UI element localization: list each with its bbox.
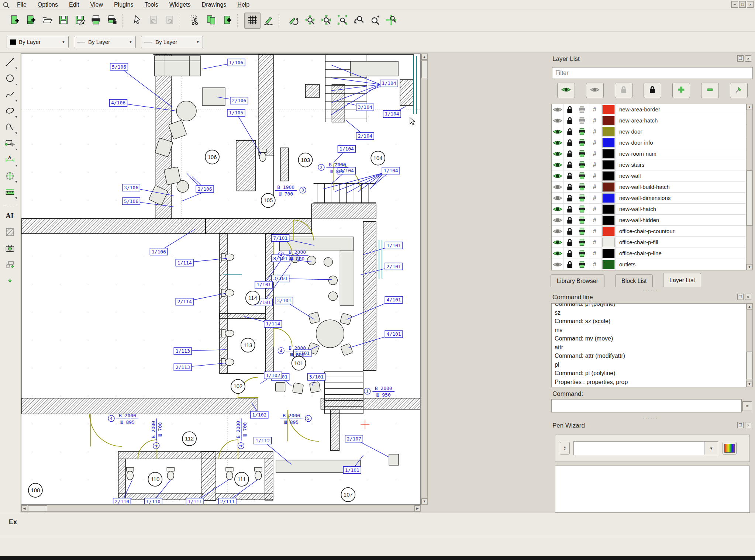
layer-print-icon[interactable] [576, 237, 588, 248]
layer-visibility-icon[interactable] [552, 137, 564, 148]
new-from-template-button[interactable] [23, 13, 39, 29]
layer-visibility-icon[interactable] [552, 193, 564, 204]
tab-block-list[interactable]: Block List [615, 274, 653, 287]
layer-construction-icon[interactable]: # [588, 215, 601, 226]
scroll-down-icon[interactable]: ▼ [747, 381, 752, 387]
layer-construction-icon[interactable]: # [588, 237, 601, 248]
construction-layer-icon[interactable]: # [593, 205, 596, 213]
layer-visibility-icon[interactable] [552, 159, 564, 170]
layer-construction-icon[interactable]: # [588, 170, 601, 182]
layer-lock-icon[interactable] [564, 159, 576, 170]
spline-tool-button[interactable] [2, 88, 18, 103]
layer-print-icon[interactable] [576, 115, 588, 126]
layer-row[interactable]: #new-wall [552, 170, 746, 182]
minimize-button[interactable]: − [731, 1, 738, 8]
layer-print-icon[interactable] [576, 137, 588, 148]
layer-construction-icon[interactable]: # [588, 148, 601, 159]
layer-visibility-icon[interactable] [552, 204, 564, 215]
zoom-window-button[interactable] [367, 13, 383, 29]
layer-name[interactable]: office-chair-p-line [616, 250, 662, 256]
layer-lock-icon[interactable] [564, 115, 576, 126]
construction-layer-icon[interactable]: # [593, 217, 596, 224]
point-tool-button[interactable] [2, 274, 18, 289]
layer-visibility-icon[interactable] [552, 104, 564, 115]
text-tool-button[interactable]: AI [2, 209, 18, 224]
print-preview-button[interactable] [104, 13, 120, 29]
save-button[interactable] [55, 13, 72, 29]
layer-row[interactable]: #new-door-info [552, 137, 746, 148]
layer-visibility-icon[interactable] [552, 126, 564, 137]
layer-construction-icon[interactable]: # [588, 115, 601, 126]
construction-layer-icon[interactable]: # [593, 194, 596, 202]
scroll-down-icon[interactable]: ▼ [747, 264, 752, 270]
hatch-tool-button[interactable] [2, 225, 18, 240]
layer-construction-icon[interactable]: # [588, 204, 601, 215]
scroll-up-icon[interactable]: ▲ [421, 54, 427, 60]
layer-row[interactable]: #new-stairs [552, 159, 746, 170]
scroll-left-icon[interactable]: ◀ [21, 505, 27, 511]
construction-layer-icon[interactable]: # [593, 150, 596, 158]
select-tool-button[interactable] [2, 137, 18, 152]
chevron-down-icon[interactable]: ▼ [704, 442, 718, 455]
layer-lock-icon[interactable] [564, 104, 576, 115]
command-scroll-thumb[interactable] [747, 352, 752, 379]
layer-lock-icon[interactable] [564, 137, 576, 148]
construction-layer-icon[interactable]: # [593, 172, 596, 180]
layer-name[interactable]: new-stairs [616, 162, 644, 168]
circle-tool-button[interactable] [2, 72, 18, 87]
layer-row[interactable]: #new-wall-build-hatch [552, 182, 746, 193]
construction-layer-icon[interactable]: # [593, 239, 596, 246]
layer-visibility-icon[interactable] [552, 215, 564, 226]
layer-row[interactable]: #new-area-border [552, 104, 746, 115]
layer-row[interactable]: #office-chair-p-line [552, 248, 746, 259]
ellipse-tool-button[interactable] [2, 104, 18, 119]
hscroll-thumb[interactable] [28, 505, 47, 511]
layer-row[interactable]: #office-chair-p-countour [552, 226, 746, 237]
linetype-combobox[interactable]: By Layer ▼ [141, 36, 203, 48]
canvas-vertical-scrollbar[interactable]: ▲ ▼ [421, 53, 428, 505]
zoom-out-button[interactable] [318, 13, 334, 29]
layer-print-icon[interactable] [576, 126, 588, 137]
construction-layer-icon[interactable]: # [593, 183, 596, 191]
pen-spin-button[interactable]: ▴▾ [560, 442, 570, 454]
print-button[interactable] [88, 13, 104, 29]
close-panel-icon[interactable]: × [745, 294, 751, 300]
layer-row[interactable]: #new-wall-dimensions [552, 193, 746, 204]
block-tool-button[interactable] [2, 258, 18, 273]
layer-name[interactable]: new-area-border [616, 106, 660, 113]
layer-row[interactable]: #new-area-hatch [552, 115, 746, 126]
menu-view[interactable]: View [86, 1, 107, 9]
remove-layer-button[interactable] [701, 83, 719, 98]
hide-all-layers-button[interactable] [586, 83, 604, 98]
layer-lock-icon[interactable] [564, 182, 576, 193]
layer-print-icon[interactable] [576, 193, 588, 204]
construction-layer-icon[interactable]: # [593, 117, 596, 124]
layer-print-icon[interactable] [576, 215, 588, 226]
exclusive-snap-label[interactable]: Ex [9, 518, 17, 526]
float-panel-icon[interactable]: ❐ [737, 294, 744, 300]
menu-widgets[interactable]: Widgets [165, 1, 195, 9]
layer-visibility-icon[interactable] [552, 148, 564, 159]
tab-library-browser[interactable]: Library Browser [551, 274, 604, 287]
layer-construction-icon[interactable]: # [588, 182, 601, 193]
new-drawing-button[interactable] [7, 13, 23, 29]
polyline-tool-button[interactable] [2, 121, 18, 135]
linewidth-combobox[interactable]: By Layer ▼ [74, 36, 136, 48]
layer-print-icon[interactable] [576, 204, 588, 215]
layer-lock-icon[interactable] [564, 170, 576, 182]
layer-scrollbar[interactable]: ▲ ▼ [746, 104, 753, 270]
open-button[interactable] [39, 13, 55, 29]
layer-visibility-icon[interactable] [552, 259, 564, 270]
color-combobox[interactable]: By Layer ▼ [7, 36, 69, 48]
close-panel-icon[interactable]: × [745, 422, 751, 428]
layer-name[interactable]: new-wall-hatch [616, 206, 656, 212]
layer-visibility-icon[interactable] [552, 115, 564, 126]
layer-construction-icon[interactable]: # [588, 193, 601, 204]
float-panel-icon[interactable]: ❐ [737, 422, 744, 428]
layer-construction-icon[interactable]: # [588, 248, 601, 259]
layer-print-icon[interactable] [576, 248, 588, 259]
layer-scroll-thumb[interactable] [747, 170, 752, 226]
pen-wizard-list[interactable] [555, 466, 750, 513]
pen-favorites-combobox[interactable]: ▼ [573, 441, 718, 455]
grid-button[interactable] [244, 13, 261, 29]
